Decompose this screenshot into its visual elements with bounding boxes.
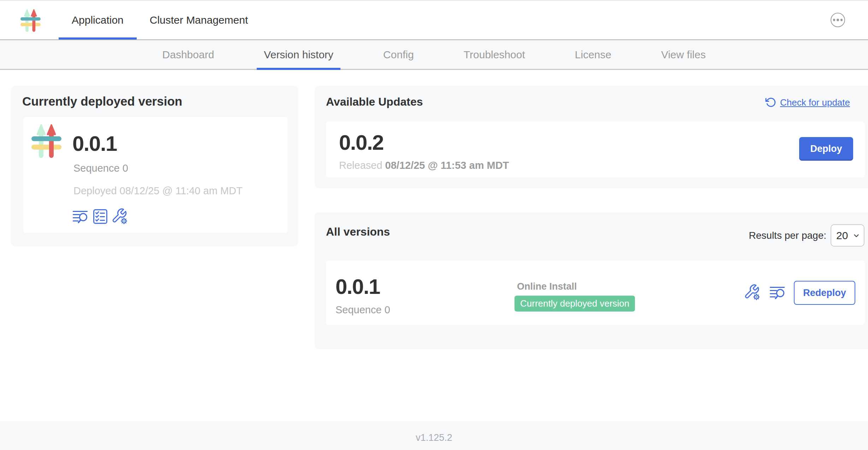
check-for-update-link[interactable]: Check for update: [765, 97, 850, 108]
current-version-sequence: Sequence 0: [73, 162, 128, 174]
view-config-icon[interactable]: [112, 208, 128, 225]
chevron-down-icon: [852, 232, 860, 239]
version-row: 0.0.1 Sequence 0 Online Install Currentl…: [326, 260, 865, 325]
tab-license[interactable]: License: [568, 40, 618, 69]
current-version-title: Currently deployed version: [22, 94, 182, 108]
current-version-number: 0.0.1: [72, 132, 117, 155]
app-logo-icon: [31, 124, 61, 158]
all-versions-title: All versions: [326, 225, 390, 238]
update-released-date: Released 08/12/25 @ 11:53 am MDT: [339, 160, 509, 171]
tab-config[interactable]: Config: [376, 40, 421, 69]
more-menu-icon[interactable]: [831, 13, 845, 27]
tab-view-files[interactable]: View files: [654, 40, 713, 69]
results-per-page-value: 20: [836, 230, 848, 242]
release-notes-icon[interactable]: [72, 208, 89, 225]
available-update-row: 0.0.2 Released 08/12/25 @ 11:53 am MDT D…: [326, 122, 865, 178]
results-per-page-label: Results per page:: [749, 230, 826, 241]
version-row-install-type: Online Install: [517, 281, 577, 292]
currently-deployed-badge: Currently deployed version: [515, 296, 635, 312]
subnav: Dashboard Version history Config Trouble…: [0, 40, 868, 70]
tab-dashboard[interactable]: Dashboard: [155, 40, 221, 69]
tab-troubleshoot[interactable]: Troubleshoot: [457, 40, 532, 69]
tab-cluster-management-label: Cluster Management: [150, 14, 248, 26]
version-row-sequence: Sequence 0: [335, 304, 390, 316]
current-version-deployed-date: Deployed 08/12/25 @ 11:40 am MDT: [73, 185, 243, 197]
top-tabs: Application Cluster Management: [59, 1, 261, 39]
results-per-page-select[interactable]: 20: [831, 224, 864, 247]
available-updates-title: Available Updates: [326, 95, 423, 108]
tab-application-label: Application: [72, 14, 124, 26]
app-logo-icon: [20, 9, 41, 32]
current-version-card: Currently deployed version 0.0.1 Sequenc…: [11, 86, 298, 246]
available-updates-card: Available Updates Check for update 0.0.2…: [315, 86, 868, 188]
tab-version-history[interactable]: Version history: [257, 40, 340, 69]
deploy-button[interactable]: Deploy: [799, 137, 853, 161]
tab-cluster-management[interactable]: Cluster Management: [137, 1, 261, 39]
results-per-page: Results per page: 20: [749, 224, 864, 247]
refresh-icon: [765, 97, 776, 108]
edit-config-icon[interactable]: [744, 284, 761, 301]
version-row-number: 0.0.1: [335, 275, 380, 298]
preflight-checks-icon[interactable]: [92, 208, 108, 225]
redeploy-button[interactable]: Redeploy: [794, 281, 855, 305]
tab-application[interactable]: Application: [59, 1, 137, 39]
all-versions-card: All versions Results per page: 20 0.0.1 …: [315, 212, 868, 349]
view-diff-icon[interactable]: [769, 284, 786, 301]
footer: v1.125.2: [0, 421, 868, 450]
version-row-actions: [744, 284, 786, 301]
current-version-inner-card: 0.0.1 Sequence 0 Deployed 08/12/25 @ 11:…: [23, 117, 288, 233]
current-version-actions: [72, 208, 128, 225]
check-for-update-label: Check for update: [780, 97, 850, 108]
console-version: v1.125.2: [416, 432, 452, 450]
top-header: Application Cluster Management: [0, 0, 868, 40]
update-version-number: 0.0.2: [339, 131, 384, 154]
